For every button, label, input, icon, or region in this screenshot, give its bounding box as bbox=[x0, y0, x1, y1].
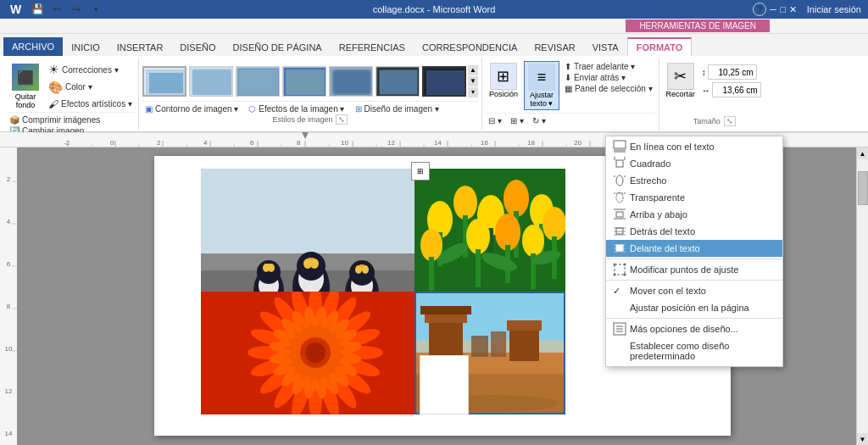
ajustar-texto-button[interactable]: ≡ Ajustartexto ▾ bbox=[524, 61, 559, 110]
tab-insertar[interactable]: INSERTAR bbox=[108, 39, 172, 56]
diseno-imagen-button[interactable]: ⊞ Diseño de imagen ▾ bbox=[353, 103, 442, 114]
scroll-down-button[interactable]: ▼ bbox=[857, 433, 869, 445]
girar-button[interactable]: ↻ ▾ bbox=[530, 115, 548, 126]
style-thumbnails bbox=[142, 66, 466, 97]
svg-rect-179 bbox=[614, 141, 626, 148]
correcciones-button[interactable]: ☀ Correcciones ▾ bbox=[46, 62, 135, 77]
style-thumb-2[interactable] bbox=[189, 66, 233, 97]
save-button[interactable]: 💾 bbox=[29, 2, 46, 17]
menu-item-en-linea[interactable]: En línea con el texto bbox=[606, 138, 782, 155]
thumbnail-scroll[interactable]: ▲ ▼ ▾ bbox=[468, 65, 478, 97]
minimize-button[interactable]: ─ bbox=[770, 4, 776, 14]
wrap-text-dropdown: En línea con el texto Cuadrado Estrecho … bbox=[605, 136, 783, 367]
undo-button[interactable]: ↩ bbox=[48, 2, 65, 17]
establecer-label: Establecer como diseño predeterminado bbox=[630, 341, 772, 361]
ribbon-tabs: ARCHIVO INICIO INSERTAR DISEÑO DISEÑO DE… bbox=[0, 34, 868, 56]
title-bar: W 💾 ↩ ↪ ▼ collage.docx - Microsoft Word … bbox=[0, 0, 868, 19]
menu-item-establecer[interactable]: Establecer como diseño predeterminado bbox=[606, 337, 782, 364]
style-thumb-4[interactable] bbox=[282, 66, 326, 97]
window-title: collage.docx - Microsoft Word bbox=[373, 4, 496, 14]
comprimir-button[interactable]: 📦 Comprimir imágenes bbox=[7, 114, 135, 125]
tab-vista[interactable]: VISTA bbox=[584, 39, 627, 56]
color-button[interactable]: 🎨 Color ▾ bbox=[46, 80, 135, 95]
quitar-fondo-button[interactable]: ⬛ Quitarfondo bbox=[7, 61, 44, 112]
svg-rect-176 bbox=[491, 331, 506, 357]
tab-referencias[interactable]: REFERENCIAS bbox=[331, 39, 414, 56]
menu-item-modificar[interactable]: Modificar puntos de ajuste bbox=[606, 261, 782, 278]
scroll-more-arrow[interactable]: ▾ bbox=[468, 87, 478, 97]
signin-link[interactable]: Iniciar sesión bbox=[807, 4, 861, 14]
vertical-scrollbar[interactable]: ▲ ▼ bbox=[856, 147, 868, 445]
posicion-button[interactable]: ⊞ Posición bbox=[486, 61, 521, 100]
restore-button[interactable]: □ bbox=[780, 4, 786, 14]
girar-icon: ↻ bbox=[532, 116, 539, 125]
tamaño-expand-button[interactable]: ⤡ bbox=[724, 116, 736, 126]
traer-adelante-button[interactable]: ⬆ Traer adelante ▾ bbox=[562, 61, 655, 72]
flower-image[interactable] bbox=[201, 292, 430, 414]
tab-diseño[interactable]: DISEÑO bbox=[171, 39, 224, 56]
tamaño-group: ✂ Recortar ↕ ↔ Tamaño ⤡ bbox=[659, 58, 770, 130]
diseno-imagen-label: Diseño de imagen ▾ bbox=[364, 104, 439, 114]
alinear-button[interactable]: ⊟ ▾ bbox=[486, 115, 504, 126]
scrollbar-thumb[interactable] bbox=[858, 171, 868, 205]
organizar-bottom-row: ⊟ ▾ ⊞ ▾ ↻ ▾ bbox=[486, 113, 655, 126]
svg-point-190 bbox=[616, 192, 623, 203]
style-thumb-5[interactable] bbox=[329, 66, 373, 97]
svg-point-204 bbox=[614, 264, 616, 266]
style-thumb-3[interactable] bbox=[236, 66, 280, 97]
tab-inicio[interactable]: INICIO bbox=[63, 39, 108, 56]
panel-seleccion-button[interactable]: ▦ Panel de selección ▾ bbox=[562, 83, 655, 94]
efectos-imagen-button[interactable]: ⬡ Efectos de la imagen ▾ bbox=[246, 103, 347, 114]
width-input[interactable] bbox=[712, 82, 761, 97]
modificar-label: Modificar puntos de ajuste bbox=[630, 264, 738, 275]
svg-rect-203 bbox=[615, 264, 625, 275]
size-inputs: ↕ ↔ bbox=[702, 61, 761, 97]
svg-text:8: 8 bbox=[297, 139, 301, 147]
svg-text:2: 2 bbox=[157, 139, 161, 147]
help-button[interactable]: ? bbox=[753, 3, 766, 16]
tab-archivo[interactable]: ARCHIVO bbox=[3, 37, 63, 56]
menu-item-estrecho[interactable]: Estrecho bbox=[606, 172, 782, 189]
separator-1 bbox=[606, 259, 782, 259]
recortar-button[interactable]: ✂ Recortar bbox=[663, 61, 698, 100]
contorno-imagen-button[interactable]: ▣ Contorno de imagen ▾ bbox=[142, 103, 241, 114]
tab-formato[interactable]: FORMATO bbox=[627, 37, 693, 56]
customize-quick-access-button[interactable]: ▼ bbox=[87, 2, 104, 17]
scroll-down-arrow[interactable]: ▼ bbox=[468, 76, 478, 86]
menu-item-transparente[interactable]: Transparente bbox=[606, 189, 782, 206]
enviar-atras-button[interactable]: ⬇ Enviar atrás ▾ bbox=[562, 72, 655, 83]
svg-text:12: 12 bbox=[387, 139, 395, 147]
close-button[interactable]: ✕ bbox=[789, 4, 797, 15]
menu-item-detras[interactable]: Detrás del texto bbox=[606, 223, 782, 240]
image-selection-handle[interactable]: ⊞ bbox=[411, 162, 430, 181]
efectos-imagen-label: Efectos de la imagen ▾ bbox=[259, 104, 344, 114]
svg-text:0: 0 bbox=[110, 139, 114, 147]
enviar-label: Enviar atrás ▾ bbox=[574, 73, 626, 82]
estilos-expand-button[interactable]: ⤡ bbox=[336, 114, 348, 125]
style-thumb-7[interactable] bbox=[422, 66, 466, 97]
efectos-artisticos-button[interactable]: 🖌 Efectos artísticos ▾ bbox=[46, 97, 135, 111]
redo-button[interactable]: ↪ bbox=[68, 2, 85, 17]
svg-rect-172 bbox=[420, 306, 471, 314]
vertical-ruler-svg: 2 4 6 8 10 12 14 bbox=[0, 147, 17, 445]
style-thumb-6[interactable] bbox=[376, 66, 420, 97]
svg-rect-56 bbox=[0, 147, 17, 445]
menu-item-delante[interactable]: Delante del texto bbox=[606, 240, 782, 257]
svg-rect-10 bbox=[334, 71, 370, 93]
menu-item-mover-texto[interactable]: Mover con el texto bbox=[606, 282, 782, 299]
menu-item-mas-opciones[interactable]: Más opciones de diseño... bbox=[606, 320, 782, 337]
menu-item-cuadrado[interactable]: Cuadrado bbox=[606, 155, 782, 172]
agrupar-button[interactable]: ⊞ ▾ bbox=[508, 115, 526, 126]
scroll-up-button[interactable]: ▲ bbox=[857, 147, 869, 159]
thumb5-svg bbox=[330, 67, 373, 97]
tab-revisar[interactable]: REVISAR bbox=[526, 39, 583, 56]
tab-correspondencia[interactable]: CORRESPONDENCIA bbox=[414, 39, 526, 56]
menu-item-arriba-abajo[interactable]: Arriba y abajo bbox=[606, 206, 782, 223]
tab-diseno-pagina[interactable]: DISEÑO DE PÁGINA bbox=[225, 39, 331, 56]
svg-rect-3 bbox=[192, 70, 231, 95]
style-thumb-1[interactable] bbox=[142, 66, 186, 97]
height-input[interactable] bbox=[708, 64, 757, 80]
svg-rect-14 bbox=[426, 70, 466, 97]
menu-item-ajustar-pos[interactable]: Ajustar posición en la página bbox=[606, 299, 782, 316]
scroll-up-arrow[interactable]: ▲ bbox=[468, 65, 478, 75]
